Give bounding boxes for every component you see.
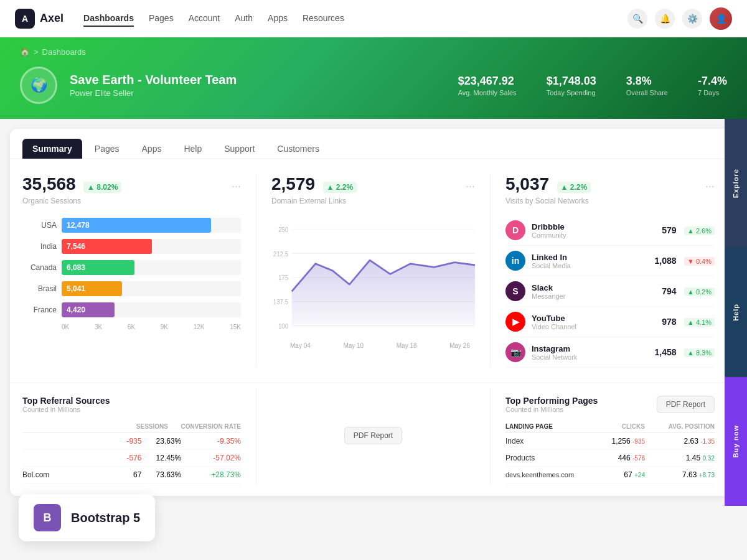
social-item: S Slack Messanger 794 ▲ 0.2%	[505, 276, 715, 307]
metrics-grid: 35,568 ▲ 8.02% ··· Organic Sessions USA …	[10, 159, 737, 378]
bar-country-label: Brasil	[22, 284, 57, 293]
home-icon[interactable]: 🏠	[20, 47, 30, 57]
social-list: D Dribbble Community 579 ▲ 2.6% in Linke…	[505, 215, 715, 368]
hero-title: Save Earth - Volunteer Team	[70, 73, 446, 87]
tab-help[interactable]: Help	[174, 139, 212, 159]
side-tabs: Explore Help Buy now	[725, 119, 747, 506]
social-value: 1,458	[654, 347, 676, 357]
tab-apps[interactable]: Apps	[132, 139, 172, 159]
pages-header: LANDING PAGE CLICKS AVG. POSITION	[505, 421, 715, 433]
social-network-icon: S	[505, 281, 525, 301]
bar-wrap: 7,546	[62, 239, 241, 254]
social-info: Dribbble Community	[532, 222, 655, 239]
bar-value: 12,478	[67, 221, 90, 230]
tab-support[interactable]: Support	[214, 139, 265, 159]
tab-summary[interactable]: Summary	[22, 139, 82, 159]
app-name: Axel	[40, 12, 63, 25]
stat-overall-share-label: Overall Share	[626, 89, 668, 96]
social-value: 5,037	[505, 174, 549, 194]
notifications-icon[interactable]: 🔔	[655, 9, 675, 29]
organic-sessions-menu[interactable]: ···	[232, 180, 241, 193]
nav-actions: 🔍 🔔 ⚙️ 👤	[627, 7, 732, 30]
stat-monthly-sales-value: $23,467.92	[458, 75, 517, 88]
social-value: 1,088	[654, 256, 676, 266]
social-item: 📷 Instagram Social Network 1,458 ▲ 8.3%	[505, 337, 715, 368]
social-type: Community	[532, 231, 655, 239]
social-label: Visits by Social Networks	[505, 197, 715, 205]
side-tab-buy[interactable]: Buy now	[725, 377, 747, 506]
x-label: May 26	[449, 342, 470, 349]
hero-subtitle: Power Elite Seller	[70, 88, 446, 98]
social-networks-section: 5,037 ▲ 2.2% ··· Visits by Social Networ…	[491, 174, 725, 368]
table-row: devs.keenthemes.com 67 +24 7.63 +8.73	[505, 467, 715, 483]
social-network-icon: 📷	[505, 342, 525, 362]
top-pages-section: Top Performing Pages Counted in Millions…	[491, 388, 725, 483]
tab-customers[interactable]: Customers	[267, 139, 329, 159]
search-icon[interactable]: 🔍	[627, 9, 647, 29]
bar-wrap: 4,420	[62, 302, 241, 317]
social-menu[interactable]: ···	[705, 180, 715, 193]
social-info: YouTube Video Channel	[532, 314, 655, 330]
x-label: May 10	[343, 342, 364, 349]
bar-country-label: France	[22, 306, 57, 314]
side-tab-explore[interactable]: Explore	[725, 119, 747, 248]
tab-pages[interactable]: Pages	[85, 139, 129, 159]
bar-chart: USA 12,478 India 7,546	[22, 218, 241, 317]
axis-label: 12K	[194, 324, 205, 330]
bar-value: 5,041	[67, 284, 85, 293]
social-type: Social Media	[532, 262, 648, 269]
social-change: ▼ 0.4%	[684, 257, 715, 266]
nav-apps[interactable]: Apps	[268, 11, 288, 27]
chart-x-labels: May 04May 10May 18May 26	[271, 340, 475, 349]
social-name: Slack	[532, 283, 655, 292]
axis-label: 6K	[128, 324, 135, 330]
social-network-icon: ▶	[505, 312, 525, 332]
pdf-report-button-2[interactable]: PDF Report	[657, 396, 715, 413]
nav-dashboards[interactable]: Dashboards	[83, 11, 134, 27]
side-tab-help[interactable]: Help	[725, 248, 747, 376]
stat-today-spending-value: $1,748.03	[547, 75, 596, 88]
pdf-report-button[interactable]: PDF Report	[344, 427, 402, 444]
settings-icon[interactable]: ⚙️	[682, 9, 702, 29]
domain-links-section: 2,579 ▲ 2.2% ··· Domain External Links	[256, 174, 491, 368]
nav-menu: Dashboards Pages Account Auth Apps Resou…	[83, 11, 627, 27]
stat-7days-value: -7.4%	[698, 75, 727, 88]
bootstrap-badge: B Bootstrap 5	[19, 494, 155, 506]
social-change: ▲ 4.1%	[684, 318, 715, 327]
social-stats: 579 ▲ 2.6%	[662, 225, 715, 236]
social-network-icon: in	[505, 251, 525, 271]
bar-fill: 4,420	[62, 302, 115, 317]
bar-country-label: India	[22, 242, 57, 251]
nav-auth[interactable]: Auth	[235, 11, 253, 27]
logo-icon: A	[15, 9, 35, 29]
domain-links-menu[interactable]: ···	[466, 180, 475, 193]
pdf-section: PDF Report	[256, 388, 491, 483]
hero-banner: 🏠 > Dashboards 🌍 Save Earth - Volunteer …	[0, 37, 747, 119]
bar-fill: 12,478	[62, 218, 211, 233]
nav-resources[interactable]: Resources	[303, 11, 344, 27]
axis-label: 15K	[230, 324, 241, 330]
nav-account[interactable]: Account	[189, 11, 220, 27]
nav-pages[interactable]: Pages	[149, 11, 174, 27]
user-avatar[interactable]: 👤	[710, 7, 732, 30]
svg-text:100: 100	[278, 323, 289, 330]
team-avatar: 🌍	[20, 67, 57, 104]
social-type: Social Network	[532, 353, 648, 361]
stat-7days-label: 7 Days	[698, 89, 727, 96]
social-info: Slack Messanger	[532, 283, 655, 300]
bar-value: 7,546	[67, 242, 85, 251]
social-info: Linked In Social Media	[532, 253, 648, 269]
social-item: ▶ YouTube Video Channel 978 ▲ 4.1%	[505, 307, 715, 337]
social-value: 978	[662, 317, 676, 327]
table-row: Bol.com 67 73.63% +28.73%	[22, 467, 241, 483]
bar-value: 4,420	[67, 306, 85, 314]
referral-title: Top Referral Sources	[22, 396, 241, 406]
referral-header: SESSIONS CONVERSION RATE	[22, 421, 241, 433]
organic-sessions-section: 35,568 ▲ 8.02% ··· Organic Sessions USA …	[22, 174, 256, 368]
social-value: 579	[662, 225, 676, 235]
domain-links-badge: ▲ 2.2%	[323, 182, 357, 193]
logo[interactable]: A Axel	[15, 9, 63, 29]
bar-row: France 4,420	[22, 302, 241, 317]
social-info: Instagram Social Network	[532, 344, 648, 361]
organic-sessions-value: 35,568	[22, 174, 76, 194]
